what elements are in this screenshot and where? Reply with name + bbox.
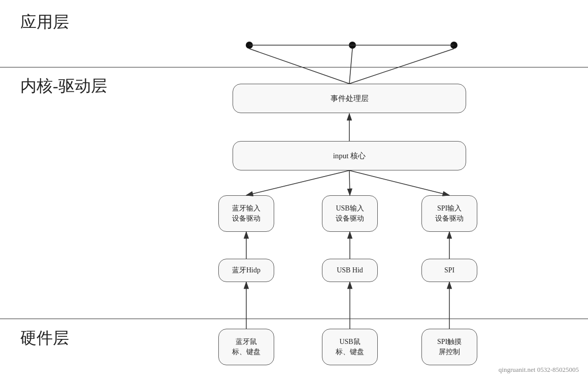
svg-line-3 <box>349 49 352 84</box>
svg-line-2 <box>249 49 349 84</box>
event-handler-box: 事件处理层 <box>233 84 466 113</box>
usb-driver-box: USB输入 设备驱动 <box>322 195 378 232</box>
spi-hw-box: SPI触摸 屏控制 <box>421 329 477 365</box>
divider-kernel-hardware <box>0 319 588 319</box>
bt-hw-box: 蓝牙鼠 标、键盘 <box>218 329 274 365</box>
usb-hid-box: USB Hid <box>322 259 378 282</box>
bt-driver-box: 蓝牙输入 设备驱动 <box>218 195 274 232</box>
spi-box: SPI <box>421 259 477 282</box>
watermark: qingruanit.net 0532-85025005 <box>499 366 579 374</box>
app-layer-label: 应用层 <box>20 11 69 33</box>
hardware-layer-label: 硬件层 <box>20 327 69 350</box>
dot-left <box>246 42 253 49</box>
divider-app-kernel <box>0 67 588 67</box>
dot-center <box>349 42 356 49</box>
input-core-box: input 核心 <box>233 141 466 170</box>
svg-line-4 <box>349 49 454 84</box>
bt-hidp-box: 蓝牙Hidp <box>218 259 274 282</box>
spi-driver-box: SPI输入 设备驱动 <box>421 195 477 232</box>
dot-right <box>450 42 458 49</box>
kernel-layer-label: 内核-驱动层 <box>20 75 107 97</box>
svg-line-7 <box>349 170 350 195</box>
usb-hw-box: USB鼠 标、键盘 <box>322 329 378 365</box>
svg-line-6 <box>246 170 349 195</box>
arrows-diagram <box>0 0 588 383</box>
svg-line-8 <box>349 170 449 195</box>
